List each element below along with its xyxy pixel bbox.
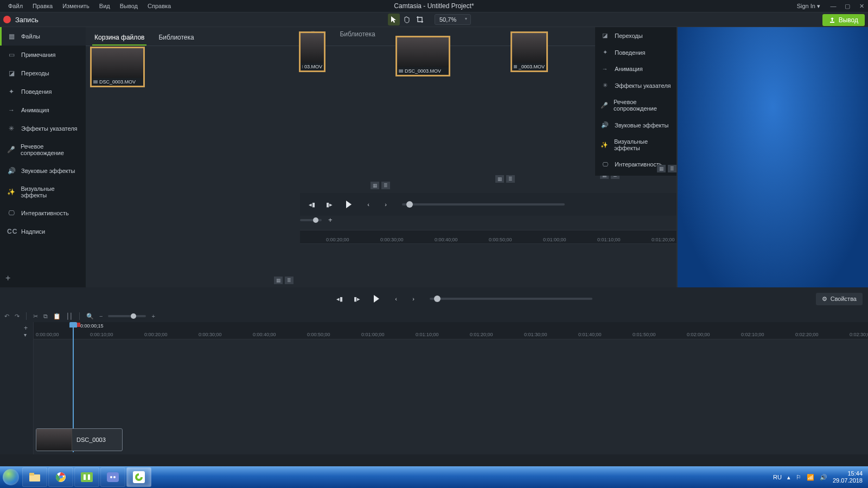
menu-modify[interactable]: Изменить: [58, 1, 94, 11]
minimize-button[interactable]: —: [830, 3, 837, 9]
next-frame-button[interactable]: ›: [379, 197, 393, 211]
select-tool-icon[interactable]: [388, 14, 400, 25]
floatcat-visual-fx[interactable]: ✨Визуальные эффекты: [595, 133, 676, 156]
zoom-knob[interactable]: [131, 313, 136, 319]
step-fwd-button[interactable]: ▮▸: [322, 197, 336, 211]
timeline-clip[interactable]: DSC_0003: [36, 428, 123, 451]
list-view-icon[interactable]: ≣: [285, 277, 293, 284]
grid-view-icon[interactable]: ▦: [657, 165, 666, 172]
taskbar-app-green[interactable]: [74, 467, 99, 487]
timeline-ruler[interactable]: 0:00:00;15 0:00:00;00 0:00:10;00 0:00:20…: [34, 322, 868, 339]
sidebar-item-captions[interactable]: CCНадписи: [0, 222, 86, 241]
grid-view-icon[interactable]: ▦: [495, 175, 504, 183]
menu-view[interactable]: Вид: [94, 1, 115, 11]
maximize-button[interactable]: ▢: [844, 3, 851, 9]
tab-library[interactable]: Библиотека: [156, 30, 196, 46]
floatcat-behaviors[interactable]: ✦Поведения: [595, 44, 676, 61]
prev-frame-button[interactable]: ‹: [389, 292, 403, 306]
timeline-zoom-slider[interactable]: [108, 315, 146, 317]
crop-tool-icon[interactable]: [414, 14, 426, 25]
track-lane-1[interactable]: DSC_0003: [34, 339, 868, 454]
step-back-button[interactable]: ◂▮: [305, 197, 319, 211]
menu-file[interactable]: Файл: [3, 1, 28, 11]
scrub-knob[interactable]: [406, 201, 413, 208]
tray-clock[interactable]: 15:44 29.07.2018: [833, 470, 863, 484]
grid-view-icon[interactable]: ▦: [274, 277, 283, 284]
step-back-button[interactable]: ◂▮: [333, 292, 347, 306]
menu-edit[interactable]: Правка: [28, 1, 58, 11]
prev-frame-button[interactable]: ‹: [361, 197, 375, 211]
step-fwd-button[interactable]: ▮▸: [350, 292, 364, 306]
collapse-track-button[interactable]: ▾: [24, 332, 27, 338]
paste-button[interactable]: 📋: [53, 313, 61, 320]
sign-in-button[interactable]: Sign In ▾: [797, 3, 822, 10]
zoom-search-icon[interactable]: 🔍: [86, 313, 94, 320]
view-toggle[interactable]: ▦≣: [371, 182, 390, 189]
sidebar-item-animations[interactable]: →Анимация: [0, 101, 86, 119]
media-clip[interactable]: 03.MOV: [300, 33, 324, 71]
timeline-zoom-slider-mid[interactable]: [300, 219, 322, 221]
play-button[interactable]: [367, 290, 386, 308]
export-button[interactable]: Вывод: [822, 14, 865, 26]
zoom-in-button[interactable]: +: [151, 313, 155, 319]
zoom-in-button[interactable]: +: [328, 216, 333, 224]
split-button[interactable]: ⎮⎮: [66, 313, 73, 320]
view-toggle[interactable]: ▦≣: [495, 175, 515, 183]
list-view-icon[interactable]: ≣: [668, 165, 676, 172]
floatcat-animations[interactable]: →Анимация: [595, 61, 676, 77]
sidebar-item-voice[interactable]: 🎤Речевое сопровождение: [0, 138, 86, 162]
sidebar-item-annotations[interactable]: ▭Примечания: [0, 46, 86, 64]
grid-view-icon[interactable]: ▦: [371, 182, 379, 189]
properties-button[interactable]: ⚙Свойства: [816, 293, 863, 305]
view-toggle[interactable]: ▦≣: [274, 277, 293, 284]
record-icon[interactable]: [3, 16, 11, 23]
scrub-slider[interactable]: [402, 203, 565, 206]
add-track-button[interactable]: +: [24, 324, 28, 332]
list-view-icon[interactable]: ≣: [381, 182, 390, 189]
tray-volume-icon[interactable]: 🔊: [820, 474, 827, 481]
media-clip[interactable]: _0003.MOV: [512, 33, 547, 71]
list-view-icon[interactable]: ≣: [506, 175, 515, 183]
taskbar-chrome[interactable]: [48, 467, 73, 487]
taskbar-camtasia[interactable]: [126, 467, 151, 487]
record-label[interactable]: Запись: [15, 16, 39, 24]
sidebar-item-behaviors[interactable]: ✦Поведения: [0, 82, 86, 101]
scrub-knob[interactable]: [434, 296, 441, 302]
undo-button[interactable]: ↶: [4, 313, 9, 320]
taskbar-discord[interactable]: [100, 467, 125, 487]
media-clip[interactable]: DSC_0003.MOV: [91, 48, 144, 86]
sidebar-item-cursor-fx[interactable]: ✳Эффекты указателя: [0, 119, 86, 138]
play-button[interactable]: [340, 195, 358, 214]
menu-output[interactable]: Вывод: [115, 1, 143, 11]
floatcat-transitions[interactable]: ◪Переходы: [595, 27, 676, 44]
playhead[interactable]: [69, 322, 77, 330]
zoom-out-button[interactable]: −: [99, 313, 103, 319]
tray-network-icon[interactable]: 📶: [807, 474, 814, 481]
sidebar-item-interactivity[interactable]: 🖵Интерактивность: [0, 204, 86, 222]
taskbar-explorer[interactable]: [22, 467, 47, 487]
sidebar-item-audio-fx[interactable]: 🔊Звуковые эффекты: [0, 162, 86, 180]
redo-button[interactable]: ↷: [15, 313, 20, 320]
cut-button[interactable]: ✂: [33, 313, 38, 320]
tray-show-hidden-icon[interactable]: ▴: [787, 474, 790, 481]
next-frame-button[interactable]: ›: [406, 292, 420, 306]
sidebar-item-files[interactable]: ▦Файлы: [0, 27, 86, 46]
copy-button[interactable]: ⧉: [43, 313, 48, 320]
floatcat-audio-fx[interactable]: 🔊Звуковые эффекты: [595, 117, 676, 133]
sidebar-item-transitions[interactable]: ◪Переходы: [0, 64, 86, 82]
tab-media-bin[interactable]: Корзина файлов: [92, 30, 146, 46]
menu-help[interactable]: Справка: [143, 1, 176, 11]
hand-tool-icon[interactable]: [401, 14, 413, 25]
floatcat-cursor-fx[interactable]: ✳Эффекты указателя: [595, 77, 676, 94]
tray-language[interactable]: RU: [773, 474, 782, 480]
floatcat-voice[interactable]: 🎤Речевое сопровождение: [595, 94, 676, 117]
view-toggle-corner[interactable]: ▦≣: [657, 165, 676, 172]
canvas-zoom-dropdown[interactable]: 50,7%: [435, 14, 471, 25]
tray-action-center-icon[interactable]: ⚐: [796, 474, 801, 481]
zoom-knob[interactable]: [313, 217, 318, 223]
scrub-slider[interactable]: [430, 298, 592, 300]
start-button[interactable]: [0, 466, 22, 488]
media-clip[interactable]: DSC_0003.MOV: [397, 37, 449, 75]
close-button[interactable]: ✕: [858, 3, 865, 9]
sidebar-item-visual-fx[interactable]: ✨Визуальные эффекты: [0, 180, 86, 204]
